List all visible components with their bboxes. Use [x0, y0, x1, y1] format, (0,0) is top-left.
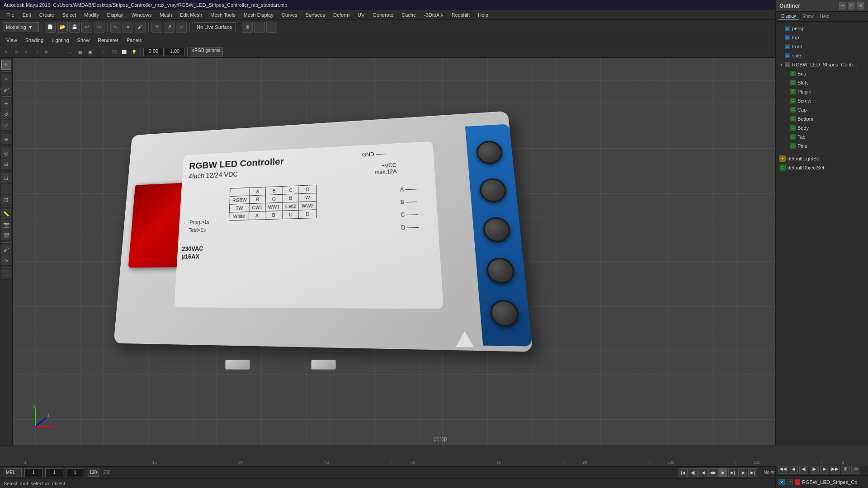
menu-item--3dtoall-[interactable]: -3DtoAll-: [420, 11, 447, 19]
prev-key-button[interactable]: ◀|: [689, 468, 698, 477]
color-profile-select[interactable]: sRGB gamma: [190, 47, 223, 56]
object-mode-button[interactable]: ▣: [85, 47, 94, 56]
new-file-button[interactable]: 📄: [45, 22, 56, 33]
menu-item-uv[interactable]: UV: [354, 11, 368, 19]
snap-point-left[interactable]: ·: [1, 184, 11, 194]
y-value-input[interactable]: 1.00: [165, 48, 185, 56]
tree-item-screw[interactable]: ⬡ Screw: [776, 96, 868, 105]
move-tool-left[interactable]: ✛: [1, 99, 11, 108]
tree-item-pins[interactable]: ⬡ Pins: [776, 141, 868, 150]
measure-left[interactable]: 📏: [1, 209, 11, 219]
timeline-ruler[interactable]: 1 15 30 45 60 75 90 105 120 1: [0, 446, 868, 466]
tree-item-slots[interactable]: ⬡ Slots: [776, 78, 868, 87]
menu-item-redshift[interactable]: Redshift: [448, 11, 473, 19]
menu-item-select[interactable]: Select: [59, 11, 80, 19]
select-mode-button[interactable]: ↖: [2, 47, 11, 56]
universal-manipulator-left[interactable]: ⊕: [1, 134, 11, 144]
menu-item-display[interactable]: Display: [104, 11, 127, 19]
redo-button[interactable]: ↪: [94, 22, 104, 33]
camera-left[interactable]: 📷: [1, 220, 11, 230]
snap-point-button[interactable]: ·: [266, 22, 277, 33]
paint-select-button[interactable]: 🖌: [135, 22, 146, 33]
snap-grid-button[interactable]: ⊞: [242, 22, 253, 33]
snap-grid-left[interactable]: ⊡: [1, 173, 11, 183]
menu-item-windows[interactable]: Windows: [128, 11, 156, 19]
edge-mode-button[interactable]: ─: [66, 47, 75, 56]
face-mode-button[interactable]: ▦: [75, 47, 85, 56]
go-start-button[interactable]: |◀: [679, 468, 688, 477]
tb2-item-panels[interactable]: Panels: [123, 37, 146, 44]
menu-item-modify[interactable]: Modify: [80, 11, 102, 19]
light-button[interactable]: 💡: [129, 47, 138, 56]
lasso-tool-button[interactable]: ⌗: [123, 22, 133, 33]
rotate-mode-button[interactable]: ○: [22, 47, 31, 56]
mode-dropdown[interactable]: Modeling ▼: [3, 22, 39, 32]
select-tool-left[interactable]: ↖: [1, 60, 11, 70]
play-forward-button[interactable]: ▶: [718, 468, 727, 477]
menu-item-create[interactable]: Create: [36, 11, 58, 19]
tb2-item-renderer[interactable]: Renderer: [94, 37, 122, 44]
select-tool-button[interactable]: ↖: [110, 22, 121, 33]
current-frame-input-1[interactable]: 1: [24, 468, 42, 477]
menu-item-generate[interactable]: Generate: [369, 11, 397, 19]
soft-select-left[interactable]: ◎: [1, 148, 11, 158]
set-item-defaultobjectset[interactable]: ⬡ defaultObjectSet: [776, 163, 868, 172]
menu-item-mesh-display[interactable]: Mesh Display: [240, 11, 277, 19]
current-frame-input-2[interactable]: 1: [45, 468, 63, 477]
open-file-button[interactable]: 📂: [57, 22, 68, 33]
go-end-button[interactable]: ▶|: [748, 468, 757, 477]
extra-left[interactable]: …: [1, 269, 11, 279]
rotate-tool-button[interactable]: ↺: [164, 22, 175, 33]
sculpt-left[interactable]: ∿: [1, 255, 11, 265]
vertex-mode-button[interactable]: ·: [56, 47, 65, 56]
lasso-select-left[interactable]: ⌗: [1, 74, 11, 84]
custom-tool-button[interactable]: ⚙: [42, 47, 51, 56]
move-mode-button[interactable]: ⊕: [12, 47, 21, 56]
paint-tool-left[interactable]: 🖌: [1, 244, 11, 254]
paint-select-left[interactable]: 🖌: [1, 84, 11, 94]
snap-curve-button[interactable]: ⌒: [254, 22, 265, 33]
menu-item-mesh-tools[interactable]: Mesh Tools: [207, 11, 239, 19]
tree-item-bus[interactable]: ⬡ Bus: [776, 69, 868, 78]
tb2-item-lighting[interactable]: Lighting: [48, 37, 73, 44]
set-item-defaultlightset[interactable]: ✦ defaultLightSet: [776, 154, 868, 163]
render-left[interactable]: 🎬: [1, 230, 11, 240]
scale-mode-button[interactable]: □: [32, 47, 41, 56]
snap-view-left[interactable]: ⊞: [1, 195, 11, 205]
play-back-button[interactable]: ◀▶: [708, 468, 717, 477]
tree-item-body[interactable]: ⬡ Body: [776, 123, 868, 132]
menu-item-help[interactable]: Help: [474, 11, 492, 19]
outliner-tree[interactable]: M persp M top M: [776, 58, 868, 446]
symmetry-left[interactable]: ⊞: [1, 159, 11, 169]
tree-item-bottom[interactable]: ⬡ Bottom: [776, 114, 868, 123]
viewport[interactable]: RGBW LED Controller 4fach 12/24 VDC GND …: [13, 58, 868, 446]
menu-item-edit-mesh[interactable]: Edit Mesh: [176, 11, 206, 19]
wireframe-button[interactable]: ⊡: [99, 47, 108, 56]
mel-selector[interactable]: MEL: [4, 468, 22, 477]
menu-item-curves[interactable]: Curves: [278, 11, 301, 19]
step-back-button[interactable]: ◀: [698, 468, 708, 477]
move-tool-button[interactable]: ✛: [151, 22, 162, 33]
tree-item-tab[interactable]: ⬡ Tab: [776, 132, 868, 141]
scale-tool-button[interactable]: ⤢: [176, 22, 187, 33]
step-forward-button[interactable]: ▶|: [728, 468, 737, 477]
shaded-button[interactable]: ⬛: [109, 47, 118, 56]
menu-item-deform[interactable]: Deform: [330, 11, 353, 19]
tree-item-plugin[interactable]: ⬡ Plugin: [776, 87, 868, 96]
undo-button[interactable]: ↩: [81, 22, 92, 33]
save-file-button[interactable]: 💾: [69, 22, 80, 33]
tree-item-cap[interactable]: ⬡ Cap: [776, 105, 868, 114]
tb2-item-shading[interactable]: Shading: [22, 37, 47, 44]
menu-item-edit[interactable]: Edit: [19, 11, 35, 19]
textured-button[interactable]: ⬜: [119, 47, 128, 56]
menu-item-cache[interactable]: Cache: [398, 11, 420, 19]
menu-item-surfaces[interactable]: Surfaces: [302, 11, 329, 19]
rotate-tool-left[interactable]: ↺: [1, 109, 11, 119]
scale-tool-left[interactable]: ⤢: [1, 120, 11, 130]
menu-item-file[interactable]: File: [3, 11, 18, 19]
x-value-input[interactable]: 0.00: [143, 48, 164, 56]
menu-item-mesh[interactable]: Mesh: [156, 11, 175, 19]
frame-display-3[interactable]: 1: [66, 468, 84, 477]
tb2-item-show[interactable]: Show: [74, 37, 94, 44]
tree-item-rgbw-group[interactable]: ▼ G RGBW_LED_Stripes_Contr...: [776, 60, 868, 69]
